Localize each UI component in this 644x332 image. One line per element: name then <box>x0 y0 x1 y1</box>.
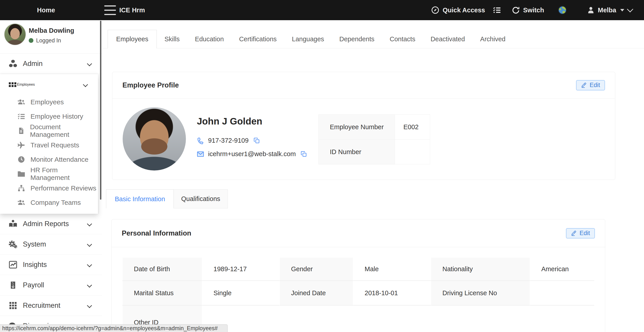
sidebar-item-recruitment[interactable]: Recruitment <box>0 295 102 316</box>
sidebar-item-label: Employees <box>17 83 35 87</box>
brand-label: ICE Hrm <box>119 7 145 14</box>
phone-icon <box>197 137 204 144</box>
field-value: Male <box>354 258 431 281</box>
home-link[interactable]: Home <box>37 0 55 20</box>
sidebar-item-travel-requests[interactable]: Travel Requests <box>0 138 98 152</box>
employee-id-table: Employee Number E002 ID Number <box>318 114 430 164</box>
sidebar-item-insights[interactable]: Insights <box>0 255 102 275</box>
tab-dependents[interactable]: Dependents <box>332 30 382 48</box>
field-label: Gender <box>280 258 354 281</box>
sidebar-item-label: Performance Reviews <box>30 184 96 192</box>
chevron-left-icon <box>87 262 92 267</box>
field-label: Marital Status <box>122 281 202 305</box>
tab-certifications[interactable]: Certifications <box>232 30 284 48</box>
tab-deactivated[interactable]: Deactivated <box>423 30 472 48</box>
employee-phone[interactable]: 917-372-9109 <box>208 137 249 144</box>
tab-languages[interactable]: Languages <box>284 30 332 48</box>
edit-label: Edit <box>580 230 590 237</box>
sidebar-item-admin[interactable]: Admin <box>0 54 102 74</box>
field-value: 1989-12-17 <box>202 258 280 281</box>
list-check-icon <box>16 113 26 120</box>
switch-button[interactable]: Switch <box>512 0 544 20</box>
tab-contacts[interactable]: Contacts <box>382 30 423 48</box>
tab-skills[interactable]: Skills <box>157 30 187 48</box>
sidebar-toggle-button[interactable] <box>104 0 116 20</box>
plane-icon <box>16 141 26 149</box>
chevron-left-icon <box>87 303 92 308</box>
user-avatar[interactable] <box>4 23 26 45</box>
diagram-icon <box>16 184 26 192</box>
document-icon <box>16 127 26 134</box>
sidebar-item-system[interactable]: System <box>0 234 102 255</box>
sidebar-item-monitor-attendance[interactable]: Monitor Attendance <box>0 152 98 167</box>
copy-phone-button[interactable] <box>254 138 260 144</box>
field-label: Joined Date <box>280 281 354 305</box>
edit-label: Edit <box>590 82 600 89</box>
field-label: Driving License No <box>431 281 530 305</box>
field-label: Date of Birth <box>122 258 202 281</box>
sidebar-profile: Melba Dowling Logged In <box>0 20 102 54</box>
pencil-icon <box>581 82 587 88</box>
mail-icon <box>197 151 204 158</box>
sidebar-item-admin-reports[interactable]: Admin Reports <box>0 214 102 234</box>
pencil-icon <box>571 230 577 236</box>
user-menu[interactable]: Melba <box>587 0 624 20</box>
copy-email-button[interactable] <box>301 151 307 157</box>
chevron-left-icon <box>87 283 92 288</box>
users-icon <box>16 199 26 207</box>
sidebar-item-label: HR Form Management <box>30 166 98 181</box>
sidebar-item-label: Travel Requests <box>30 141 79 149</box>
sidebar-scrollbar[interactable] <box>100 21 101 200</box>
sidebar-item-employees[interactable]: Employees <box>0 95 98 109</box>
tab-archived[interactable]: Archived <box>472 30 513 48</box>
employee-email[interactable]: icehrm+user1@web-stalk.com <box>208 150 296 158</box>
field-value: E002 <box>395 115 430 140</box>
employee-name: John J Golden <box>197 116 262 127</box>
login-status-label: Logged In <box>36 37 61 44</box>
edit-personal-information-button[interactable]: Edit <box>566 228 595 238</box>
sidebar-item-employees-group[interactable]: Employees <box>0 74 98 95</box>
sidebar-item-company-teams[interactable]: Company Teams <box>0 195 98 210</box>
sidebar-group-employees-expanded: Employees Employees <box>0 74 98 214</box>
grid-icon <box>8 301 18 310</box>
clock-icon <box>16 156 26 163</box>
table-row: Employee Number E002 <box>319 115 430 140</box>
tab-basic-information[interactable]: Basic Information <box>106 189 174 208</box>
employee-profile-card: Employee Profile Edit John J Golden <box>112 72 615 180</box>
email-row: icehrm+user1@web-stalk.com <box>197 150 307 158</box>
personal-information-table: Date of Birth 1989-12-17 Gender Male Nat… <box>122 258 594 332</box>
field-label: Nationality <box>431 258 530 281</box>
person-icon <box>587 6 595 14</box>
tab-qualifications[interactable]: Qualifications <box>174 189 228 208</box>
sidebar-item-label: Monitor Attendance <box>30 156 88 163</box>
book-reader-icon <box>8 219 18 228</box>
sidebar-item-payroll[interactable]: Payroll <box>0 275 102 295</box>
navbar-collapse-button[interactable] <box>628 0 632 20</box>
sidebar-item-label: Recruitment <box>23 301 60 309</box>
card-title: Employee Profile <box>122 81 576 89</box>
employee-photo[interactable] <box>123 107 186 170</box>
main-content: Employees Skills Education Certification… <box>102 20 644 332</box>
switch-label: Switch <box>523 7 544 14</box>
module-tabbar: Employees Skills Education Certification… <box>102 30 644 49</box>
tasks-button[interactable] <box>493 0 501 20</box>
tab-education[interactable]: Education <box>187 30 232 48</box>
chevron-down-icon <box>627 6 633 12</box>
browser-link-preview: https://icehrm.com/app/demo-icehrm/?g=ad… <box>0 324 228 332</box>
link-preview-url: https://icehrm.com/app/demo-icehrm/?g=ad… <box>2 325 218 331</box>
field-value <box>395 140 430 164</box>
sidebar-item-employee-history[interactable]: Employee History <box>0 109 98 124</box>
edit-profile-button[interactable]: Edit <box>576 80 605 90</box>
quick-access-button[interactable]: Quick Access <box>431 0 485 20</box>
sidebar-item-document-management[interactable]: Document Management <box>0 124 98 138</box>
sidebar-item-performance-reviews[interactable]: Performance Reviews <box>0 181 98 195</box>
tab-employees[interactable]: Employees <box>108 30 157 49</box>
personal-information-card: Personal Information Edit Date of Birth … <box>112 219 605 332</box>
sidebar-item-hr-form-management[interactable]: HR Form Management <box>0 167 98 181</box>
chevron-left-icon <box>87 61 92 66</box>
sidebar-item-label: Employee History <box>30 113 83 120</box>
gears-icon <box>8 240 18 249</box>
sidebar: Melba Dowling Logged In Admin <box>0 20 102 332</box>
language-globe-button[interactable] <box>558 0 567 20</box>
sidebar-item-label: System <box>23 240 46 248</box>
